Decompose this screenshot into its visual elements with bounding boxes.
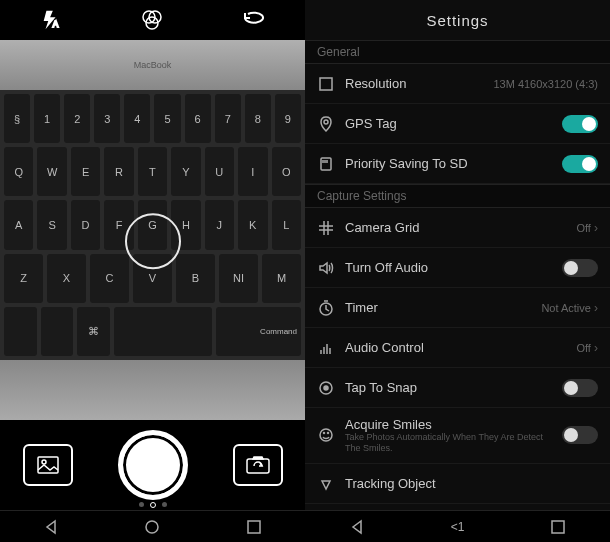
smiles-label: Acquire Smiles bbox=[345, 417, 552, 432]
smile-icon bbox=[317, 426, 335, 444]
key: K bbox=[238, 200, 267, 249]
key: 2 bbox=[64, 94, 90, 143]
key: 7 bbox=[215, 94, 241, 143]
key: 9 bbox=[275, 94, 301, 143]
svg-rect-9 bbox=[320, 78, 332, 90]
filters-icon[interactable] bbox=[138, 6, 166, 34]
svg-rect-18 bbox=[552, 521, 564, 533]
key: C bbox=[90, 254, 129, 303]
gallery-button[interactable] bbox=[23, 444, 73, 486]
key bbox=[41, 307, 74, 356]
key: 6 bbox=[185, 94, 211, 143]
key: L bbox=[272, 200, 301, 249]
setting-timer[interactable]: Timer Not Active › bbox=[305, 288, 610, 328]
settings-screen: Settings General Resolution 13M 4160x312… bbox=[305, 0, 610, 542]
smiles-sublabel: Take Photos Automatically When They Are … bbox=[345, 432, 552, 454]
rotate-icon[interactable] bbox=[240, 6, 268, 34]
laptop-hinge: MacBook bbox=[0, 40, 305, 90]
tap-snap-label: Tap To Snap bbox=[345, 380, 552, 395]
svg-rect-4 bbox=[38, 457, 58, 473]
audio-off-label: Turn Off Audio bbox=[345, 260, 552, 275]
setting-grid[interactable]: Camera Grid Off › bbox=[305, 208, 610, 248]
timer-value: Not Active › bbox=[541, 301, 598, 315]
nav-back-button[interactable] bbox=[41, 517, 61, 537]
key: J bbox=[205, 200, 234, 249]
sd-toggle[interactable] bbox=[562, 155, 598, 173]
key: W bbox=[37, 147, 66, 196]
audio-control-icon bbox=[317, 339, 335, 357]
key: 1 bbox=[34, 94, 60, 143]
tap-icon bbox=[317, 379, 335, 397]
svg-point-7 bbox=[146, 521, 158, 533]
focus-ring-icon bbox=[125, 213, 181, 269]
camera-viewfinder[interactable]: MacBook § 1 2 3 4 5 6 7 8 9 Q W E bbox=[0, 40, 305, 420]
palm-rest bbox=[0, 360, 305, 420]
setting-smiles[interactable]: Acquire Smiles Take Photos Automatically… bbox=[305, 408, 610, 464]
svg-rect-8 bbox=[248, 521, 260, 533]
svg-point-17 bbox=[328, 433, 329, 434]
tracking-label: Tracking Object bbox=[345, 476, 598, 491]
nav-home-button[interactable] bbox=[142, 517, 162, 537]
gps-icon bbox=[317, 115, 335, 133]
key: E bbox=[71, 147, 100, 196]
speaker-icon bbox=[317, 259, 335, 277]
setting-audio-off[interactable]: Turn Off Audio bbox=[305, 248, 610, 288]
svg-text:A: A bbox=[53, 20, 59, 29]
svg-point-16 bbox=[324, 433, 325, 434]
key: 8 bbox=[245, 94, 271, 143]
key: S bbox=[37, 200, 66, 249]
setting-gps[interactable]: GPS Tag bbox=[305, 104, 610, 144]
key bbox=[4, 307, 37, 356]
svg-point-10 bbox=[324, 120, 328, 124]
settings-list[interactable]: General Resolution 13M 4160x3120 (4:3) G… bbox=[305, 40, 610, 504]
key: R bbox=[104, 147, 133, 196]
key: 3 bbox=[94, 94, 120, 143]
key: D bbox=[71, 200, 100, 249]
timer-icon bbox=[317, 299, 335, 317]
key: 5 bbox=[154, 94, 180, 143]
grid-label: Camera Grid bbox=[345, 220, 566, 235]
section-general: General bbox=[305, 40, 610, 64]
setting-audio-control[interactable]: Audio Control Off › bbox=[305, 328, 610, 368]
resolution-label: Resolution bbox=[345, 76, 483, 91]
nav-bar-left bbox=[0, 510, 305, 542]
svg-rect-6 bbox=[247, 459, 269, 473]
setting-tap-snap[interactable]: Tap To Snap bbox=[305, 368, 610, 408]
section-capture: Capture Settings bbox=[305, 184, 610, 208]
mode-indicator-dots bbox=[139, 502, 167, 508]
sd-icon bbox=[317, 155, 335, 173]
switch-camera-button[interactable] bbox=[233, 444, 283, 486]
nav-recent-button[interactable] bbox=[548, 517, 568, 537]
svg-point-14 bbox=[324, 386, 328, 390]
key: Z bbox=[4, 254, 43, 303]
setting-sd[interactable]: Priority Saving To SD bbox=[305, 144, 610, 184]
audio-control-label: Audio Control bbox=[345, 340, 566, 355]
grid-icon bbox=[317, 219, 335, 237]
smiles-toggle[interactable] bbox=[562, 426, 598, 444]
setting-resolution[interactable]: Resolution 13M 4160x3120 (4:3) bbox=[305, 64, 610, 104]
nav-home-button[interactable]: <1 bbox=[451, 517, 465, 537]
tap-snap-toggle[interactable] bbox=[562, 379, 598, 397]
sd-label: Priority Saving To SD bbox=[345, 156, 552, 171]
key: § bbox=[4, 94, 30, 143]
key: B bbox=[176, 254, 215, 303]
key: M bbox=[262, 254, 301, 303]
nav-back-button[interactable] bbox=[347, 517, 367, 537]
setting-tracking[interactable]: Tracking Object bbox=[305, 464, 610, 504]
nav-recent-button[interactable] bbox=[244, 517, 264, 537]
audio-control-value: Off › bbox=[576, 341, 598, 355]
shutter-button[interactable] bbox=[118, 430, 188, 500]
tracking-icon bbox=[317, 474, 335, 492]
gps-toggle[interactable] bbox=[562, 115, 598, 133]
svg-rect-11 bbox=[321, 158, 331, 170]
flash-auto-icon[interactable]: A bbox=[37, 6, 65, 34]
gps-label: GPS Tag bbox=[345, 116, 552, 131]
key: Q bbox=[4, 147, 33, 196]
key: 4 bbox=[124, 94, 150, 143]
audio-off-toggle[interactable] bbox=[562, 259, 598, 277]
resolution-value: 13M 4160x3120 (4:3) bbox=[493, 78, 598, 90]
resolution-icon bbox=[317, 75, 335, 93]
key: X bbox=[47, 254, 86, 303]
key: ⌘ bbox=[77, 307, 110, 356]
command-key: Command bbox=[216, 307, 301, 356]
